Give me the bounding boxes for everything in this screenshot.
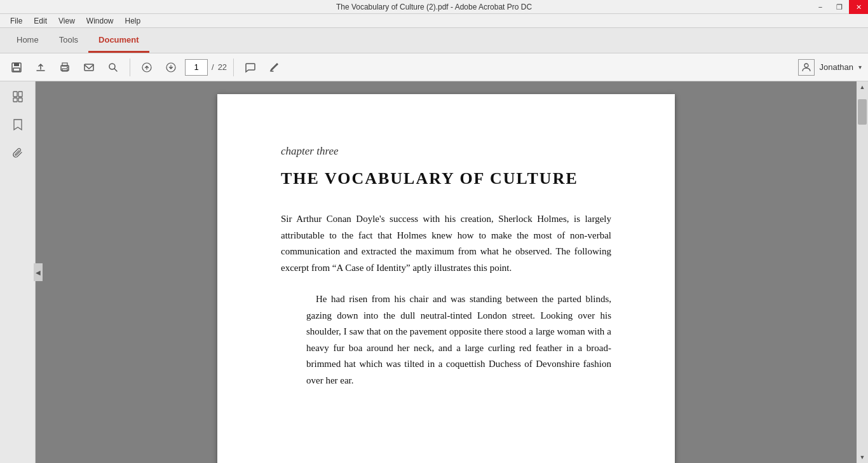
title-bar: The Vocabulary of Culture (2).pdf - Adob… (0, 0, 868, 14)
svg-point-11 (804, 64, 808, 67)
page-separator: / (212, 62, 214, 72)
menu-edit[interactable]: Edit (29, 15, 52, 27)
close-button[interactable]: ✕ (849, 0, 868, 14)
user-area: Jonathan ▾ (798, 59, 862, 76)
toolbar-sep-2 (233, 59, 234, 76)
page-up-button[interactable] (137, 57, 157, 78)
menu-window[interactable]: Window (81, 15, 119, 27)
chapter-title: THE VOCABULARY OF CULTURE (281, 169, 611, 188)
left-panel: ◀ (0, 81, 36, 463)
tab-home[interactable]: Home (6, 28, 49, 53)
attachments-panel-icon[interactable] (9, 144, 27, 162)
toolbar-sep-1 (130, 59, 130, 76)
svg-rect-5 (62, 69, 67, 71)
window-title: The Vocabulary of Culture (2).pdf - Adob… (336, 3, 532, 11)
window-controls: − ❐ ✕ (811, 0, 868, 14)
left-panel-collapse[interactable]: ◀ (34, 263, 43, 281)
minimize-button[interactable]: − (811, 0, 830, 14)
svg-rect-13 (18, 92, 22, 97)
menu-file[interactable]: File (5, 15, 27, 27)
scroll-track[interactable] (857, 93, 868, 452)
sign-button[interactable] (264, 57, 285, 78)
menu-help[interactable]: Help (120, 15, 146, 27)
scroll-down-arrow[interactable]: ▼ (857, 452, 868, 463)
save-button[interactable] (6, 57, 27, 78)
tab-document[interactable]: Document (88, 28, 149, 53)
svg-rect-2 (13, 68, 20, 71)
restore-button[interactable]: ❐ (830, 0, 849, 14)
svg-rect-1 (14, 63, 19, 66)
menu-bar: File Edit View Window Help (0, 14, 868, 28)
chapter-label: chapter three (281, 145, 611, 158)
comment-button[interactable] (240, 57, 261, 78)
tab-tools[interactable]: Tools (49, 28, 88, 53)
svg-rect-12 (13, 92, 17, 97)
svg-rect-7 (85, 64, 93, 71)
search-button[interactable] (103, 57, 123, 78)
nav-tabs: Home Tools Document (0, 28, 868, 53)
scroll-up-arrow[interactable]: ▲ (857, 81, 868, 93)
page-total: 22 (218, 62, 227, 72)
page-down-button[interactable] (161, 57, 181, 78)
scroll-thumb[interactable] (858, 99, 867, 125)
indented-paragraph: He had risen from his chair and was stan… (306, 291, 611, 389)
body-paragraph: Sir Arthur Conan Doyle's success with hi… (281, 211, 611, 276)
toolbar: 1 / 22 Jonathan ▾ (0, 53, 868, 81)
svg-rect-14 (13, 98, 17, 102)
document-area[interactable]: chapter three THE VOCABULARY OF CULTURE … (36, 81, 857, 463)
print-button[interactable] (55, 57, 75, 78)
upload-button[interactable] (31, 57, 51, 78)
menu-view[interactable]: View (53, 15, 80, 27)
svg-point-6 (67, 67, 68, 68)
user-name[interactable]: Jonathan (820, 62, 854, 72)
thumbnails-icon[interactable] (9, 88, 27, 106)
user-avatar-icon (798, 59, 815, 76)
svg-rect-15 (18, 98, 22, 102)
right-scrollbar: ▲ ▼ (857, 81, 868, 463)
bookmarks-panel-icon[interactable] (9, 116, 27, 134)
page-number-input[interactable]: 1 (185, 59, 208, 76)
user-dropdown-icon[interactable]: ▾ (858, 64, 862, 71)
pdf-page: chapter three THE VOCABULARY OF CULTURE … (217, 94, 675, 463)
mail-button[interactable] (79, 57, 99, 78)
main-layout: ◀ chapter three THE VOCABULARY OF CULTUR… (0, 81, 868, 463)
